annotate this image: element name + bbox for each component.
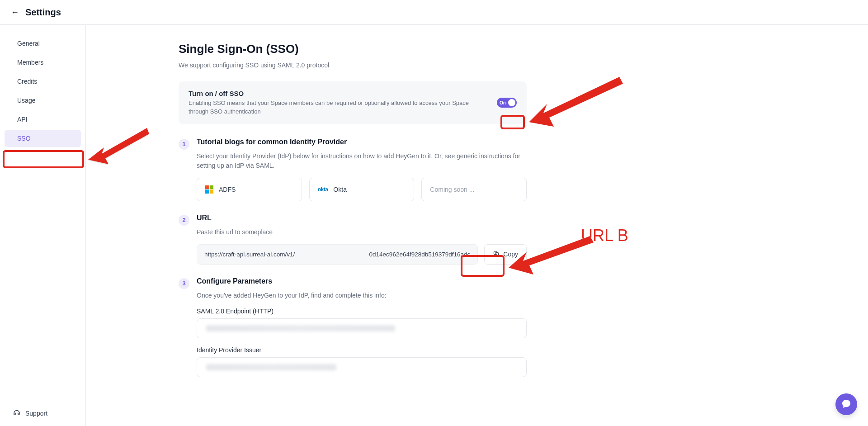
settings-title: Settings: [25, 7, 61, 18]
page-subtitle: We support configuring SSO using SAML 2.…: [179, 62, 527, 69]
idp-adfs[interactable]: ADFS: [197, 178, 302, 201]
toggle-title: Turn on / off SSO: [189, 90, 478, 97]
toggle-state-label: On: [500, 100, 506, 105]
copy-icon: [493, 250, 500, 258]
step-1-desc: Select your Identity Provider (IdP) belo…: [197, 151, 527, 170]
chat-widget[interactable]: [835, 393, 857, 415]
saml-endpoint-input[interactable]: [197, 318, 527, 338]
sidebar-item-api[interactable]: API: [5, 111, 81, 128]
step-1-title: Tutorial blogs for common Identity Provi…: [197, 138, 527, 146]
sso-toggle[interactable]: On: [497, 98, 517, 108]
step-3-desc: Once you've added HeyGen to your IdP, fi…: [197, 291, 527, 300]
sidebar-item-members[interactable]: Members: [5, 54, 81, 71]
microsoft-icon: [205, 185, 213, 194]
copy-label: Copy: [503, 251, 518, 258]
sidebar-item-sso[interactable]: SSO: [5, 130, 81, 147]
url-right: 0d14ec962e64f928db519379df16adc: [369, 251, 471, 258]
idp-issuer-input[interactable]: [197, 357, 527, 377]
redacted-content-icon: [206, 364, 336, 370]
sidebar-item-usage[interactable]: Usage: [5, 92, 81, 109]
idp-soon-label: Coming soon ...: [430, 186, 474, 193]
sidebar: General Members Credits Usage API SSO Su…: [0, 25, 86, 426]
step-1: 1 Tutorial blogs for common Identity Pro…: [179, 138, 527, 201]
step-2-desc: Paste this url to someplace: [197, 227, 527, 237]
idp-okta-label: Okta: [333, 186, 347, 193]
step-2: 2 URL Paste this url to someplace https:…: [179, 214, 527, 265]
toggle-knob: [508, 99, 515, 106]
support-link[interactable]: Support: [0, 400, 85, 426]
step-1-number: 1: [179, 139, 189, 150]
idp-adfs-label: ADFS: [219, 186, 236, 193]
step-3-title: Configure Parameters: [197, 277, 527, 285]
sso-url-field[interactable]: https://craft-api.surreal-ai.com/v1/ 0d1…: [197, 244, 478, 265]
support-label: Support: [25, 410, 47, 417]
step-3: 3 Configure Parameters Once you've added…: [179, 277, 527, 385]
toggle-desc: Enabling SSO means that your Space membe…: [189, 99, 478, 116]
url-left: https://craft-api.surreal-ai.com/v1/: [204, 251, 295, 258]
copy-button[interactable]: Copy: [484, 244, 527, 265]
step-2-number: 2: [179, 215, 189, 226]
main-content: Single Sign-On (SSO) We support configur…: [86, 25, 868, 426]
step-3-number: 3: [179, 278, 189, 289]
sidebar-item-credits[interactable]: Credits: [5, 73, 81, 90]
redacted-content-icon: [206, 325, 395, 331]
okta-icon: okta: [318, 186, 328, 193]
url-redacted-icon: [306, 248, 360, 260]
top-bar: ← Settings: [0, 0, 868, 25]
sso-toggle-card: Turn on / off SSO Enabling SSO means tha…: [179, 81, 527, 124]
chat-icon: [841, 398, 852, 411]
idp-coming-soon: Coming soon ...: [421, 178, 527, 201]
idp-okta[interactable]: okta Okta: [309, 178, 415, 201]
sidebar-item-general[interactable]: General: [5, 35, 81, 52]
saml-endpoint-label: SAML 2.0 Endpoint (HTTP): [197, 308, 527, 315]
idp-issuer-label: Identity Provider Issuer: [197, 346, 527, 354]
back-arrow-icon[interactable]: ←: [11, 8, 19, 17]
page-title: Single Sign-On (SSO): [179, 42, 527, 56]
step-2-title: URL: [197, 214, 527, 222]
headset-icon: [13, 408, 21, 418]
